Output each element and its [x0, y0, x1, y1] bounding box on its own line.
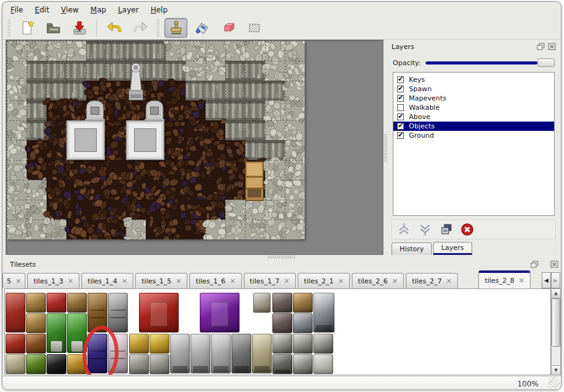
layer-visibility-checkbox[interactable]: [397, 123, 404, 130]
layer-row-objects[interactable]: Objects: [393, 122, 554, 131]
open-button[interactable]: [42, 18, 65, 38]
menu-file[interactable]: File: [8, 5, 25, 15]
close-tab-icon[interactable]: ✕: [230, 277, 235, 285]
move-layer-up-icon[interactable]: [396, 222, 412, 237]
palette-tile-throne-red[interactable]: [139, 293, 179, 332]
tileset-tab-tiles_1_7[interactable]: tiles_1_7✕: [244, 273, 296, 288]
undo-button[interactable]: [102, 18, 125, 38]
dock-tab-history[interactable]: History: [392, 243, 432, 255]
palette-tile-bookshelf[interactable]: [26, 334, 46, 354]
float-panel-icon[interactable]: [530, 261, 539, 269]
opacity-slider[interactable]: [426, 58, 555, 68]
close-tab-icon[interactable]: ✕: [284, 277, 289, 285]
palette-tile-mirror-table[interactable]: [67, 293, 87, 313]
layer-visibility-checkbox[interactable]: [397, 86, 404, 92]
dock-tab-layers[interactable]: Layers: [433, 242, 472, 255]
menu-map[interactable]: Map: [88, 5, 109, 15]
toolbar-grip-2[interactable]: [156, 19, 159, 37]
map-canvas[interactable]: [7, 41, 305, 239]
layer-visibility-checkbox[interactable]: [397, 95, 404, 102]
palette-tile-wall-top-3[interactable]: [313, 334, 333, 354]
scroll-tabs-right-icon[interactable]: ▶: [551, 272, 560, 288]
delete-layer-icon[interactable]: [459, 222, 475, 237]
layer-row-spawn[interactable]: Spawn: [393, 84, 554, 94]
palette-tile-chain-gold[interactable]: [129, 334, 149, 354]
menu-help[interactable]: Help: [148, 5, 170, 15]
redo-button[interactable]: [128, 18, 151, 38]
close-tab-icon[interactable]: ✕: [338, 277, 344, 285]
palette-tile-wall-mid[interactable]: [293, 354, 313, 374]
palette-tile-wall-top-2[interactable]: [293, 334, 313, 354]
close-panel-icon[interactable]: [547, 43, 556, 51]
menu-layer[interactable]: Layer: [115, 5, 141, 15]
float-panel-icon[interactable]: [536, 43, 545, 51]
layer-visibility-checkbox[interactable]: [397, 114, 404, 120]
toolbar-grip[interactable]: [7, 19, 11, 37]
palette-tile-pouf-red[interactable]: [47, 293, 66, 313]
close-tab-icon[interactable]: ✕: [16, 277, 21, 285]
palette-tile-banner-shield[interactable]: [6, 334, 25, 354]
close-tab-icon[interactable]: ✕: [392, 277, 398, 285]
save-button[interactable]: [68, 18, 91, 38]
new-file-button[interactable]: [16, 18, 38, 38]
layer-row-ground[interactable]: Ground: [393, 131, 554, 140]
close-tab-icon[interactable]: ✕: [68, 277, 73, 285]
palette-tile-slab-beige[interactable]: [6, 354, 25, 374]
tileset-tab-tiles_2_6[interactable]: tiles_2_6✕: [352, 273, 404, 288]
palette-tile-flag-green[interactable]: [26, 354, 46, 374]
layer-visibility-checkbox[interactable]: [397, 76, 404, 83]
layer-visibility-checkbox[interactable]: [397, 104, 404, 111]
palette-tile-banner-red[interactable]: [6, 293, 25, 332]
palette-tile-angel-statue-right[interactable]: [211, 334, 231, 373]
layer-row-keys[interactable]: Keys: [393, 75, 554, 84]
tileset-tab-tiles_1_6[interactable]: tiles_1_6✕: [189, 273, 241, 288]
menu-view[interactable]: View: [58, 5, 81, 15]
close-tab-icon[interactable]: ✕: [519, 277, 524, 285]
close-tab-icon[interactable]: ✕: [122, 277, 127, 285]
layer-row-walkable[interactable]: Walkable: [393, 103, 554, 112]
splitter-handle[interactable]: [384, 134, 387, 161]
palette-tile-armor-knight[interactable]: [313, 293, 334, 332]
close-tab-icon[interactable]: ✕: [176, 277, 181, 285]
scrollbar-thumb[interactable]: [552, 298, 560, 347]
palette-tile-sign-wood[interactable]: [293, 293, 313, 313]
duplicate-layer-icon[interactable]: [438, 222, 454, 237]
tileset-tab-5[interactable]: 5✕: [2, 273, 25, 288]
palette-tile-rock-pile-1[interactable]: [129, 354, 149, 374]
palette-tile-wall-top-1[interactable]: [272, 334, 292, 354]
palette-tile-armor-pile[interactable]: [293, 313, 313, 333]
move-layer-down-icon[interactable]: [417, 222, 433, 237]
palette-tile-plant-palm[interactable]: [47, 313, 66, 353]
palette-tile-statue-hooded-small[interactable]: [170, 334, 190, 373]
palette-tile-obelisk[interactable]: [252, 334, 272, 373]
tileset-tab-tiles_1_5[interactable]: tiles_1_5✕: [135, 273, 187, 288]
palette-tile-crate-dark-2[interactable]: [272, 313, 292, 333]
tileset-tab-tiles_1_4[interactable]: tiles_1_4✕: [81, 273, 133, 288]
close-tab-icon[interactable]: ✕: [446, 277, 452, 285]
palette-tile-angel-statue-left[interactable]: [190, 334, 210, 373]
palette-scrollbar[interactable]: ▲ ▼: [551, 288, 561, 375]
palette-tile-bench-wood[interactable]: [26, 293, 46, 313]
palette-tile-bench-wood-2[interactable]: [26, 313, 46, 333]
vertical-splitter[interactable]: [383, 40, 388, 255]
tileset-tab-tiles_1_3[interactable]: tiles_1_3✕: [27, 273, 79, 288]
select-tool-button[interactable]: [243, 18, 266, 38]
resize-grip[interactable]: [548, 377, 560, 388]
tileset-tab-tiles_2_7[interactable]: tiles_2_7✕: [406, 273, 458, 288]
scroll-down-icon[interactable]: ▼: [552, 365, 560, 375]
scroll-up-icon[interactable]: ▲: [552, 289, 560, 298]
tileset-tab-tiles_2_8[interactable]: tiles_2_8✕: [478, 270, 530, 288]
layer-row-above[interactable]: Above: [393, 112, 554, 122]
close-panel-icon[interactable]: [550, 261, 558, 269]
tileset-tab-tiles_2_1[interactable]: tiles_2_1✕: [298, 273, 350, 288]
palette-tile-crate-dark[interactable]: [272, 293, 292, 313]
palette-tile-rock-pile-2[interactable]: [150, 354, 169, 374]
scroll-tabs-left-icon[interactable]: ◀: [542, 272, 551, 288]
tile-palette[interactable]: [4, 288, 551, 375]
palette-tile-pillar-base[interactable]: [272, 354, 292, 374]
fill-tool-button[interactable]: [190, 18, 213, 38]
menu-edit[interactable]: Edit: [32, 5, 51, 15]
palette-tile-stone-block[interactable]: [313, 354, 333, 374]
palette-tile-gold-pile[interactable]: [150, 334, 169, 354]
palette-tile-gate-metal[interactable]: [108, 293, 128, 332]
